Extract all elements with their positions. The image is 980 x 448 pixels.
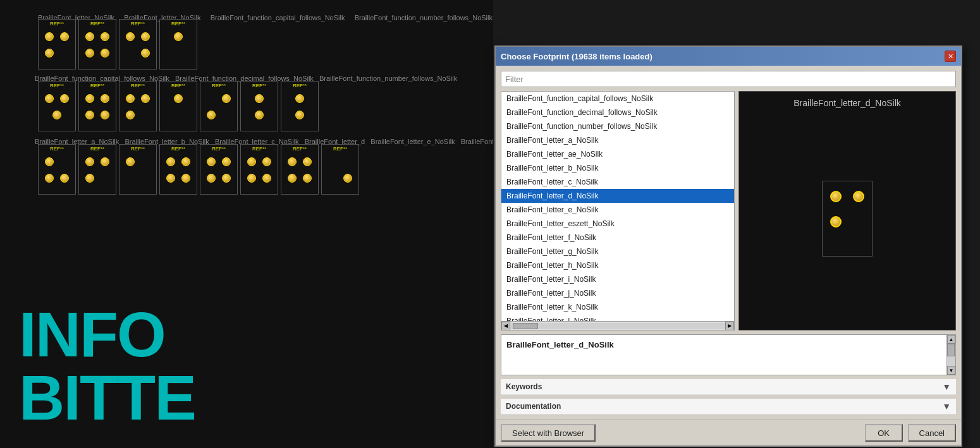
dialog-body: BrailleFont_function_capital_follows_NoS… [496,66,961,420]
list-item[interactable]: BrailleFont_letter_j_NoSilk [501,286,734,300]
horizontal-scrollbar: ◀ ▶ [501,321,734,330]
desc-scroll-up[interactable]: ▲ [947,335,955,344]
preview-panel: BrailleFont_letter_d_NoSilk [738,91,956,330]
list-item[interactable]: BrailleFont_letter_b_NoSilk [501,161,734,175]
list-item[interactable]: BrailleFont_letter_e_NoSilk [501,203,734,217]
list-item[interactable]: BrailleFont_letter_k_NoSilk [501,300,734,314]
desc-scroll-track [947,344,955,366]
list-item[interactable]: BrailleFont_function_decimal_follows_NoS… [501,106,734,119]
list-item[interactable]: BrailleFont_letter_h_NoSilk [501,258,734,272]
cancel-button[interactable]: Cancel [908,424,956,442]
dialog-close-button[interactable]: ✕ [945,51,956,62]
documentation-expand-icon[interactable]: ▼ [942,401,951,411]
keywords-expand-icon[interactable]: ▼ [942,382,951,392]
description-name: BrailleFont_letter_d_NoSilk [506,340,944,349]
dialog-footer: Select with Browser OK Cancel [496,420,961,445]
list-item[interactable]: BrailleFont_letter_i_NoSilk [501,272,734,286]
preview-pad-2 [853,191,864,202]
list-item[interactable]: BrailleFont_letter_f_NoSilk [501,231,734,245]
ok-button[interactable]: OK [865,424,903,442]
list-item[interactable]: BrailleFont_letter_ae_NoSilk [501,147,734,161]
select-with-browser-button[interactable]: Select with Browser [501,424,596,442]
preview-title: BrailleFont_letter_d_NoSilk [793,98,901,108]
list-item[interactable]: BrailleFont_letter_eszett_NoSilk [501,217,734,231]
list-item[interactable]: BrailleFont_function_capital_follows_NoS… [501,92,734,106]
list-item[interactable]: BrailleFont_function_number_follows_NoSi… [501,119,734,133]
list-item[interactable]: BrailleFont_letter_g_NoSilk [501,245,734,258]
desc-scroll-down[interactable]: ▼ [947,366,955,375]
preview-pad-3 [830,216,842,227]
scroll-right-button[interactable]: ▶ [725,322,734,330]
filter-input[interactable] [501,71,956,87]
scroll-left-button[interactable]: ◀ [501,322,510,330]
footprint-list-panel: BrailleFont_function_capital_follows_NoS… [501,91,735,330]
documentation-row: Documentation ▼ [501,399,956,415]
dialog-main: BrailleFont_function_capital_follows_NoS… [501,91,956,330]
list-item[interactable]: BrailleFont_letter_d_NoSilk [501,189,734,203]
list-item[interactable]: BrailleFont_letter_c_NoSilk [501,175,734,189]
scroll-thumb[interactable] [513,323,538,329]
desc-scroll-thumb[interactable] [947,344,955,356]
keywords-label: Keywords [506,382,569,391]
list-item[interactable]: BrailleFont_letter_l_NoSilk [501,314,734,321]
choose-footprint-dialog: Choose Footprint (19638 items loaded) ✕ … [494,45,962,447]
filter-row [501,71,956,87]
description-scrollbar: ▲ ▼ [946,335,955,375]
info-bitte-text: INFOBITTE [19,303,195,429]
keywords-row: Keywords ▼ [501,379,956,395]
description-panel: BrailleFont_letter_d_NoSilk ▲ ▼ [501,334,956,375]
scroll-track [510,323,725,329]
list-item[interactable]: BrailleFont_letter_a_NoSilk [501,133,734,147]
pcb-canvas: BrailleFont_letter_NoSilk BrailleFont_le… [0,0,493,448]
dialog-title: Choose Footprint (19638 items loaded) [501,52,652,61]
footprint-list[interactable]: BrailleFont_function_capital_follows_NoS… [501,92,734,321]
preview-footprint [822,181,873,257]
documentation-label: Documentation [506,402,569,411]
dialog-titlebar: Choose Footprint (19638 items loaded) ✕ [496,47,961,66]
preview-pad-1 [830,191,842,202]
preview-rect [822,181,873,257]
